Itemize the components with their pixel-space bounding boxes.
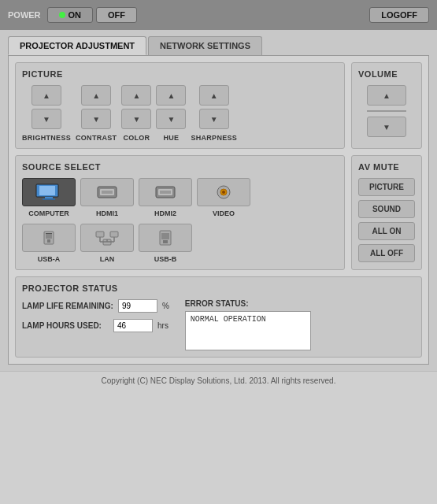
source-video-button[interactable]: VIDEO xyxy=(197,178,250,217)
color-down-button[interactable]: ▼ xyxy=(121,109,151,129)
lan-label: LAN xyxy=(100,255,115,263)
source-lan-button[interactable]: LAN xyxy=(80,224,134,263)
off-label: OFF xyxy=(108,10,125,20)
volume-up-button[interactable]: ▲ xyxy=(367,85,406,106)
hdmi2-icon xyxy=(151,183,180,202)
tab-bar: PROJECTOR ADJUSTMENT NETWORK SETTINGS xyxy=(8,36,429,55)
svg-rect-6 xyxy=(102,191,113,194)
hdmi2-label: HDMI2 xyxy=(154,209,176,217)
av-mute-controls: PICTURE SOUND ALL ON ALL OFF xyxy=(358,178,415,262)
volume-line xyxy=(367,110,406,112)
source-computer-button[interactable]: COMPUTER xyxy=(22,178,76,217)
usbb-icon xyxy=(151,228,180,247)
svg-rect-2 xyxy=(45,197,53,198)
volume-title: VOLUME xyxy=(358,69,415,79)
picture-panel: PICTURE ▲ ▼ BRIGHTNESS ▲ ▼ CONTRAST xyxy=(15,62,345,149)
hue-label: HUE xyxy=(163,134,179,142)
svg-rect-25 xyxy=(161,233,169,239)
source-hdmi1-button[interactable]: HDMI1 xyxy=(80,178,134,217)
color-up-button[interactable]: ▲ xyxy=(121,85,151,106)
source-hdmi2-button[interactable]: HDMI2 xyxy=(139,178,192,217)
sharpness-down-button[interactable]: ▼ xyxy=(199,109,229,129)
volume-controls: ▲ ▼ xyxy=(358,85,415,137)
color-label: COLOR xyxy=(123,134,150,142)
hdmi1-icon-box xyxy=(80,178,134,206)
svg-rect-1 xyxy=(39,186,55,195)
footer: Copyright (C) NEC Display Solutions, Ltd… xyxy=(0,371,437,390)
av-mute-all-on-button[interactable]: ALL ON xyxy=(358,222,415,240)
video-icon-box xyxy=(197,178,250,206)
logoff-label: LOGOFF xyxy=(381,10,417,20)
footer-text: Copyright (C) NEC Display Solutions, Ltd… xyxy=(102,376,336,385)
computer-label: COMPUTER xyxy=(28,209,69,217)
computer-icon-box xyxy=(22,178,76,206)
source-usba-button[interactable]: USB-A xyxy=(22,224,76,263)
contrast-label: CONTRAST xyxy=(76,134,117,142)
hdmi2-icon-box xyxy=(139,178,192,206)
svg-rect-14 xyxy=(46,234,52,239)
error-status-section: ERROR STATUS: xyxy=(185,299,311,350)
hdmi1-label: HDMI1 xyxy=(96,209,118,217)
av-mute-panel: AV MUTE PICTURE SOUND ALL ON ALL OFF xyxy=(351,155,422,270)
av-mute-title: AV MUTE xyxy=(358,162,415,172)
tab-network-settings[interactable]: NETWORK SETTINGS xyxy=(148,36,262,55)
projector-status-panel: PROJECTOR STATUS LAMP LIFE REMAINING: % … xyxy=(15,276,422,358)
brightness-up-button[interactable]: ▲ xyxy=(31,85,61,106)
panels-wrapper: PICTURE ▲ ▼ BRIGHTNESS ▲ ▼ CONTRAST xyxy=(8,55,429,365)
source-usbb-button[interactable]: USB-B xyxy=(139,224,192,263)
svg-point-12 xyxy=(222,191,225,194)
logoff-button[interactable]: LOGOFF xyxy=(369,7,429,23)
contrast-control: ▲ ▼ CONTRAST xyxy=(76,85,117,142)
hue-control: ▲ ▼ HUE xyxy=(156,85,186,142)
sharpness-control: ▲ ▼ SHARPNESS xyxy=(191,85,237,142)
lamp-hours-field: LAMP HOURS USED: hrs xyxy=(22,319,169,332)
picture-controls: ▲ ▼ BRIGHTNESS ▲ ▼ CONTRAST ▲ ▼ COLO xyxy=(22,85,338,142)
hue-down-button[interactable]: ▼ xyxy=(156,109,186,129)
svg-rect-26 xyxy=(163,240,168,243)
power-label: POWER xyxy=(8,10,41,20)
lan-icon-box xyxy=(80,224,134,252)
top-bar: POWER ON OFF LOGOFF xyxy=(0,0,437,30)
usbb-icon-box xyxy=(139,224,192,252)
lamp-hours-label: LAMP HOURS USED: xyxy=(22,321,109,330)
color-control: ▲ ▼ COLOR xyxy=(121,85,151,142)
error-status-label: ERROR STATUS: xyxy=(185,299,311,308)
projector-status-title: PROJECTOR STATUS xyxy=(22,284,415,293)
lamp-hours-input[interactable] xyxy=(113,319,153,332)
hue-up-button[interactable]: ▲ xyxy=(156,85,186,106)
av-mute-sound-button[interactable]: SOUND xyxy=(358,200,415,218)
lamp-hours-unit: hrs xyxy=(157,321,169,330)
contrast-up-button[interactable]: ▲ xyxy=(81,85,111,106)
svg-rect-15 xyxy=(47,239,50,243)
brightness-down-button[interactable]: ▼ xyxy=(31,109,61,129)
brightness-label: BRIGHTNESS xyxy=(22,134,71,142)
lan-icon xyxy=(93,228,121,247)
tab-projector-adjustment[interactable]: PROJECTOR ADJUSTMENT xyxy=(8,36,146,55)
av-mute-picture-button[interactable]: PICTURE xyxy=(358,178,415,196)
usba-icon-box xyxy=(22,224,76,252)
status-row: PROJECTOR STATUS LAMP LIFE REMAINING: % … xyxy=(15,276,422,358)
power-on-button[interactable]: ON xyxy=(47,7,94,23)
hdmi1-icon xyxy=(93,183,121,202)
lamp-life-input[interactable] xyxy=(118,299,157,313)
video-label: VIDEO xyxy=(213,209,235,217)
contrast-down-button[interactable]: ▼ xyxy=(81,109,111,129)
power-off-button[interactable]: OFF xyxy=(96,7,137,23)
svg-rect-18 xyxy=(110,232,118,237)
top-row: PICTURE ▲ ▼ BRIGHTNESS ▲ ▼ CONTRAST xyxy=(15,62,422,149)
volume-down-button[interactable]: ▼ xyxy=(367,117,406,137)
mid-row: SOURCE SELECT xyxy=(15,155,422,270)
picture-title: PICTURE xyxy=(22,69,338,79)
usba-icon xyxy=(35,228,63,247)
error-status-box[interactable] xyxy=(185,311,311,350)
source-row-1: COMPUTER HDMI1 xyxy=(22,178,338,217)
usba-label: USB-A xyxy=(38,255,61,263)
volume-panel: VOLUME ▲ ▼ xyxy=(351,62,422,149)
sharpness-up-button[interactable]: ▲ xyxy=(199,85,229,106)
main-content: PROJECTOR ADJUSTMENT NETWORK SETTINGS PI… xyxy=(0,30,437,371)
lamp-life-unit: % xyxy=(162,302,169,310)
lamp-life-field: LAMP LIFE REMAINING: % xyxy=(22,299,169,313)
av-mute-all-off-button[interactable]: ALL OFF xyxy=(358,244,415,262)
source-select-title: SOURCE SELECT xyxy=(22,162,338,172)
svg-rect-16 xyxy=(46,233,52,234)
